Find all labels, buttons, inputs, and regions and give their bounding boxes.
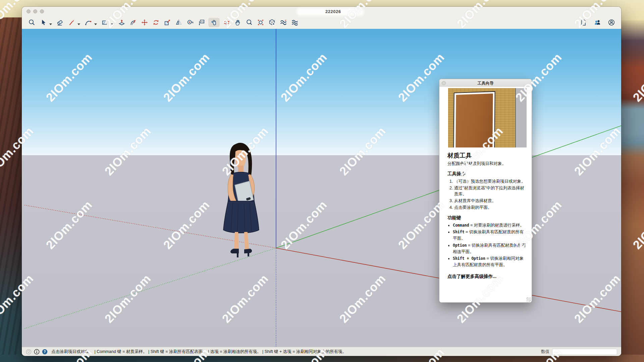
svg-text:?: ? xyxy=(44,350,46,354)
function-key-item: Shift + Option = 切换涂刷相同对象上具有匹配材质的所有平面。 xyxy=(453,255,527,268)
green-axis-dotted xyxy=(24,248,276,328)
select-arrow-icon xyxy=(42,20,45,25)
soften-edges-button[interactable] xyxy=(279,18,288,27)
shapes-tool-button[interactable] xyxy=(100,18,110,27)
tool-title: 材质工具 xyxy=(447,152,527,160)
help-icon[interactable]: ? xyxy=(42,349,48,355)
rotate-tool-button[interactable] xyxy=(151,18,161,27)
info-icon[interactable] xyxy=(34,349,40,355)
material-tool-illustration xyxy=(448,88,527,147)
sandbox-button[interactable] xyxy=(290,18,300,27)
arc-dropdown-caret[interactable] xyxy=(94,23,97,25)
toolbar: A1 xyxy=(22,16,621,29)
function-keys-heading: 功能键 xyxy=(447,215,527,221)
operations-list: （可选）预选您想要涂刷项目或对象。 通过"材质浏览器"中的下拉列表选择材质库。 … xyxy=(447,178,527,211)
instructor-panel-header[interactable]: 工具向导 xyxy=(439,79,532,87)
line-dropdown-caret[interactable] xyxy=(77,23,80,25)
app-header: 222026 xyxy=(22,7,621,29)
search-tool-button[interactable] xyxy=(27,18,37,27)
instructor-panel: 工具向导 材质工具 分配颜色和材质到项目和对象。 工具操作 （可选）预选您想要涂… xyxy=(439,79,532,303)
illustration-gray-wall xyxy=(515,88,527,147)
pan-tool-button[interactable] xyxy=(233,18,243,27)
person-skirt xyxy=(223,201,259,233)
person-left-shoe xyxy=(230,249,239,253)
push-pull-tool-button[interactable] xyxy=(117,18,126,27)
wallpaper-right-canyon xyxy=(618,20,644,362)
close-window-button[interactable] xyxy=(26,9,31,13)
select-dropdown-caret[interactable] xyxy=(49,23,52,25)
share-people-button[interactable] xyxy=(593,18,602,27)
tape-measure-tool-button[interactable] xyxy=(185,18,195,27)
select-tool-button[interactable] xyxy=(39,18,48,27)
function-key-item: Option = 切换涂刷具有匹配材质的所有相连平面。 xyxy=(453,242,527,255)
arc-tool-button[interactable] xyxy=(84,18,93,27)
window-title: 222026 xyxy=(325,9,341,14)
offset-tool-button[interactable] xyxy=(128,18,138,27)
3d-warehouse-button[interactable] xyxy=(267,18,277,27)
new-document-button[interactable] xyxy=(579,18,588,27)
titlebar: 222026 xyxy=(22,7,621,16)
account-button[interactable] xyxy=(607,18,616,27)
eraser-tool-button[interactable] xyxy=(55,18,65,27)
flip-tool-button[interactable] xyxy=(174,18,183,27)
sketchup-window: 222026 xyxy=(22,7,621,356)
measurement-label: 数值 xyxy=(541,349,549,355)
function-keys-list: Command = 对要涂刷的材质进行采样。 Shift = 切换涂刷具有匹配材… xyxy=(447,222,527,268)
zoom-tool-button[interactable] xyxy=(245,18,254,27)
desktop: 222026 xyxy=(0,0,644,362)
statusbar: ? 点击涂刷项目或对象。 | Command 键 = 材质采样。 | Shift… xyxy=(22,347,621,356)
zoom-extents-tool-button[interactable] xyxy=(256,18,265,27)
instructor-panel-body: 材质工具 分配颜色和材质到项目和对象。 工具操作 （可选）预选您想要涂刷项目或对… xyxy=(439,87,532,302)
function-key-item: Shift = 切换涂刷具有匹配材质的所有平面。 xyxy=(453,229,527,242)
move-tool-button[interactable] xyxy=(140,18,149,27)
panel-title: 工具向导 xyxy=(439,80,532,86)
operation-step: （可选）预选您想要涂刷项目或对象。 xyxy=(454,178,527,185)
function-key-item: Command = 对要涂刷的材质进行采样。 xyxy=(453,222,527,229)
minimize-window-button[interactable] xyxy=(33,9,37,13)
scale-figure-person[interactable] xyxy=(218,142,265,259)
text-tool-button[interactable]: A1 xyxy=(197,18,206,27)
geolocation-icon[interactable] xyxy=(26,349,32,355)
illustration-door-frame xyxy=(453,91,495,147)
learn-more-link[interactable]: 点击了解更多高级操作...... xyxy=(447,274,527,280)
panel-resize-grip[interactable] xyxy=(527,297,531,302)
measurement-input[interactable] xyxy=(552,349,617,355)
operations-heading: 工具操作 xyxy=(447,171,527,177)
shapes-dropdown-caret[interactable] xyxy=(111,23,114,25)
svg-text:A1: A1 xyxy=(201,20,204,23)
paint-bucket-tool-button[interactable] xyxy=(208,18,220,27)
status-hint: 点击涂刷项目或对象。 | Command 键 = 材质采样。 | Shift 键… xyxy=(51,349,346,355)
operation-step: 从材质库中选择材质。 xyxy=(454,198,527,204)
illustration-door xyxy=(455,94,493,147)
operation-step: 点击要涂刷的平面。 xyxy=(454,204,527,211)
operation-step: 通过"材质浏览器"中的下拉列表选择材质库。 xyxy=(454,185,527,198)
scale-tool-button[interactable] xyxy=(163,18,172,27)
orbit-tool-button[interactable] xyxy=(222,18,231,27)
zoom-window-button[interactable] xyxy=(40,9,44,13)
line-tool-button[interactable] xyxy=(67,18,76,27)
person-right-shoe xyxy=(244,249,252,253)
person-face xyxy=(235,150,246,168)
tool-description: 分配颜色和材质到项目和对象。 xyxy=(447,161,527,167)
